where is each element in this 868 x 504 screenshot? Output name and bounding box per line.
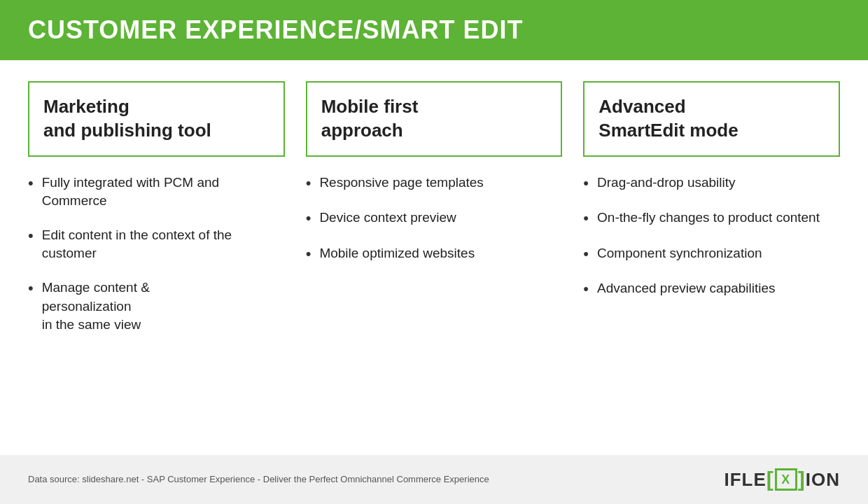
footer: Data source: slideshare.net - SAP Custom… [0,455,868,504]
column-marketing: Marketing and publishing tool Fully inte… [28,81,285,448]
list-item: Component synchronization [583,244,840,265]
list-item: Mobile optimized websites [306,244,563,265]
list-item: Device context preview [306,209,563,229]
page-wrapper: CUSTOMER EXPERIENCE/SMART EDIT Marketing… [0,0,868,504]
list-item: Advanced preview capabilities [583,279,840,300]
bullet-list-advanced: Drag-and-drop usability On-the-fly chang… [583,174,840,315]
logo: IFLE [ X ] ION [724,468,840,491]
logo-left: IFLE [724,469,766,491]
card-marketing: Marketing and publishing tool [28,81,285,157]
card-mobile-title: Mobile first approach [321,95,547,143]
header: CUSTOMER EXPERIENCE/SMART EDIT [0,0,868,60]
column-advanced: Advanced SmartEdit mode Drag-and-drop us… [583,81,840,448]
columns-container: Marketing and publishing tool Fully inte… [28,81,840,448]
list-item: Responsive page templates [306,174,563,194]
footer-text: Data source: slideshare.net - SAP Custom… [28,472,489,486]
list-item: Edit content in the context of the custo… [28,226,285,263]
column-mobile: Mobile first approach Responsive page te… [306,81,563,448]
logo-x-icon: X [775,468,797,491]
bullet-list-mobile: Responsive page templates Device context… [306,174,563,280]
logo-right: ION [806,469,840,491]
list-item: Manage content & personalization in the … [28,279,285,335]
page-title: CUSTOMER EXPERIENCE/SMART EDIT [28,15,840,45]
list-item: Fully integrated with PCM and Commerce [28,174,285,211]
list-item: Drag-and-drop usability [583,174,840,194]
bullet-list-marketing: Fully integrated with PCM and Commerce E… [28,174,285,350]
card-advanced: Advanced SmartEdit mode [583,81,840,157]
card-marketing-title: Marketing and publishing tool [43,95,270,143]
main-content: Marketing and publishing tool Fully inte… [0,60,868,455]
card-advanced-title: Advanced SmartEdit mode [598,95,825,143]
logo-bracket-left-icon: [ [766,468,774,491]
logo-bracket-right-icon: ] [798,468,806,491]
card-mobile: Mobile first approach [306,81,563,157]
list-item: On-the-fly changes to product content [583,209,840,229]
